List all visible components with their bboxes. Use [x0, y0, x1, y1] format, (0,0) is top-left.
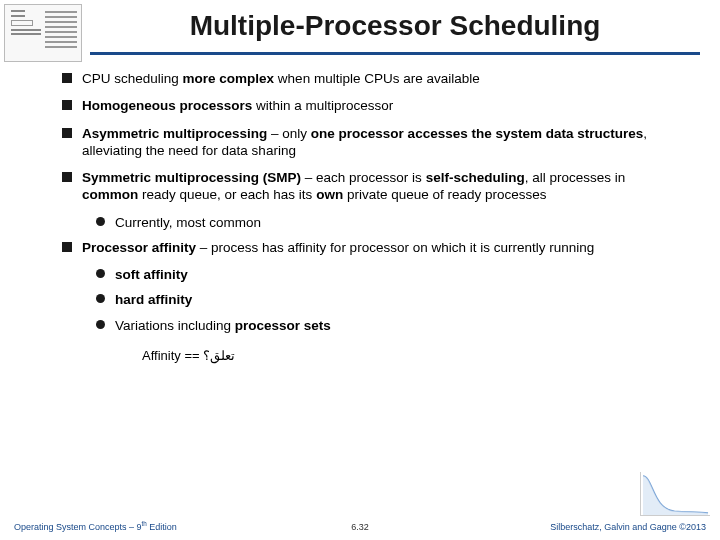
circle-bullet-icon	[96, 269, 105, 278]
slide-thumbnail	[4, 4, 82, 62]
circle-bullet-icon	[96, 217, 105, 226]
affinity-note: Affinity == تعلق؟	[142, 348, 684, 363]
square-bullet-icon	[62, 73, 72, 83]
bullet-asymmetric: Asymmetric multiprocessing – only one pr…	[62, 125, 684, 160]
subbullet-hard-affinity: hard affinity	[96, 291, 684, 308]
bullet-cpu-complex: CPU scheduling more complex when multipl…	[62, 70, 684, 87]
bullet-affinity: Processor affinity – process has affinit…	[62, 239, 684, 256]
footer-right: Silberschatz, Galvin and Gagne ©2013	[550, 522, 706, 532]
bullet-homogeneous: Homogeneous processors within a multipro…	[62, 97, 684, 114]
slide-body: CPU scheduling more complex when multipl…	[62, 70, 684, 363]
square-bullet-icon	[62, 172, 72, 182]
subbullet-soft-affinity: soft affinity	[96, 266, 684, 283]
title-underline	[90, 52, 700, 55]
square-bullet-icon	[62, 242, 72, 252]
bullet-smp: Symmetric multiprocessing (SMP) – each p…	[62, 169, 684, 204]
circle-bullet-icon	[96, 294, 105, 303]
square-bullet-icon	[62, 128, 72, 138]
slide-footer: Operating System Concepts – 9th Edition …	[0, 516, 720, 534]
subbullet-smp-common: Currently, most common	[96, 214, 684, 231]
decorative-chart-icon	[640, 472, 710, 516]
slide-title: Multiple-Processor Scheduling	[90, 6, 700, 50]
subbullet-processor-sets: Variations including processor sets	[96, 317, 684, 334]
square-bullet-icon	[62, 100, 72, 110]
circle-bullet-icon	[96, 320, 105, 329]
